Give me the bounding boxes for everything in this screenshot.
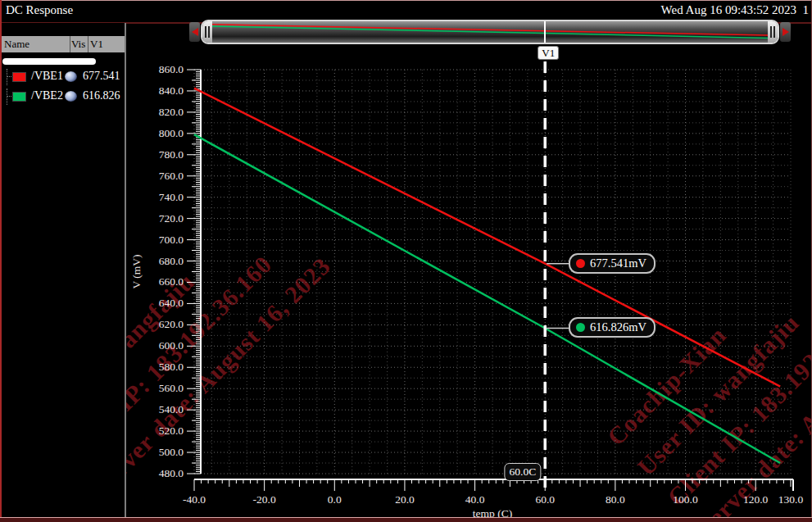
- readout-value: 677.541mV: [590, 256, 646, 270]
- svg-text:0.0: 0.0: [328, 493, 342, 506]
- trace-vbe2[interactable]: [194, 134, 780, 463]
- slider-right-grip[interactable]: [768, 21, 778, 43]
- svg-text:40.0: 40.0: [465, 493, 485, 506]
- tree-branch-icon: [7, 89, 11, 105]
- signal-panel: Name Vis V1 /VBE1 677.541 /VBE2 616.826: [2, 23, 125, 517]
- svg-text:120.0: 120.0: [743, 493, 769, 506]
- red-dot-icon: [576, 259, 585, 268]
- tree-branch-icon: [7, 69, 11, 85]
- column-header-v1[interactable]: V1: [90, 37, 123, 52]
- svg-text:80.0: 80.0: [606, 493, 625, 506]
- column-header-vis[interactable]: Vis: [71, 37, 87, 52]
- panel-plot-divider[interactable]: [125, 23, 126, 517]
- overview-trace-area[interactable]: [212, 21, 768, 43]
- trace-color-swatch[interactable]: [12, 92, 26, 102]
- svg-text:500.0: 500.0: [159, 446, 184, 458]
- readout-value: 616.826mV: [590, 320, 646, 334]
- svg-text:-20.0: -20.0: [253, 493, 276, 506]
- svg-text:620.0: 620.0: [159, 318, 184, 330]
- overview-slider[interactable]: [201, 20, 779, 44]
- waveform-window: DC Response Wed Aug 16 09:43:52 2023 1 C…: [0, 0, 812, 522]
- svg-text:540.0: 540.0: [159, 403, 184, 415]
- signal-row-vbe2[interactable]: /VBE2 616.826: [2, 89, 125, 105]
- svg-text:130.0: 130.0: [778, 493, 804, 506]
- scroll-right-button[interactable]: [780, 22, 791, 42]
- scroll-left-button[interactable]: [189, 22, 200, 42]
- panel-header: Name Vis V1: [2, 36, 125, 52]
- svg-text:580.0: 580.0: [159, 361, 184, 373]
- svg-text:560.0: 560.0: [159, 382, 184, 394]
- signal-row-vbe1[interactable]: /VBE1 677.541: [2, 69, 125, 85]
- svg-text:-40.0: -40.0: [183, 493, 206, 506]
- signal-name[interactable]: /VBE2: [31, 89, 63, 102]
- svg-text:760.0: 760.0: [159, 170, 184, 182]
- svg-text:740.0: 740.0: [159, 191, 184, 203]
- visibility-eye-icon[interactable]: [65, 71, 77, 82]
- svg-text:600.0: 600.0: [159, 339, 184, 352]
- svg-text:480.0: 480.0: [159, 467, 184, 479]
- visibility-eye-icon[interactable]: [65, 91, 77, 102]
- svg-text:840.0: 840.0: [159, 84, 184, 97]
- svg-text:20.0: 20.0: [395, 493, 415, 506]
- svg-text:700.0: 700.0: [159, 234, 184, 246]
- readout-vbe1[interactable]: 677.541mV: [569, 253, 655, 274]
- overview-traces: [212, 21, 768, 43]
- cursor-x-value-label[interactable]: 60.0C: [505, 463, 542, 481]
- window-bottom-edge: [0, 517, 812, 522]
- slider-left-grip[interactable]: [202, 21, 212, 43]
- signal-name[interactable]: /VBE1: [31, 70, 63, 83]
- left-arrow-icon: [192, 28, 198, 36]
- svg-text:860.0: 860.0: [159, 63, 184, 75]
- svg-text:V (mV): V (mV): [130, 254, 143, 288]
- window-left-edge: [0, 0, 2, 522]
- overview-scrollbar[interactable]: [189, 19, 791, 45]
- svg-text:800.0: 800.0: [159, 127, 184, 139]
- svg-text:720.0: 720.0: [159, 212, 184, 225]
- column-divider[interactable]: [88, 36, 88, 52]
- svg-text:680.0: 680.0: [159, 255, 184, 267]
- cursor-v1-label[interactable]: V1: [538, 46, 559, 60]
- green-dot-icon: [576, 323, 585, 332]
- svg-text:520.0: 520.0: [159, 424, 184, 437]
- svg-text:780.0: 780.0: [159, 148, 184, 161]
- svg-text:640.0: 640.0: [159, 297, 184, 309]
- readout-vbe2[interactable]: 616.826mV: [569, 317, 655, 338]
- svg-text:660.0: 660.0: [159, 275, 184, 288]
- svg-text:100.0: 100.0: [673, 493, 698, 506]
- right-arrow-icon: [783, 28, 789, 36]
- trace-color-swatch[interactable]: [12, 72, 26, 82]
- panel-hscrollbar[interactable]: [2, 58, 96, 65]
- signal-cursor-value: 616.826: [83, 89, 120, 102]
- signal-cursor-value: 677.541: [83, 70, 120, 83]
- svg-text:820.0: 820.0: [159, 106, 184, 118]
- column-divider[interactable]: [70, 36, 70, 52]
- column-header-name[interactable]: Name: [4, 37, 68, 52]
- svg-text:60.0: 60.0: [535, 493, 555, 506]
